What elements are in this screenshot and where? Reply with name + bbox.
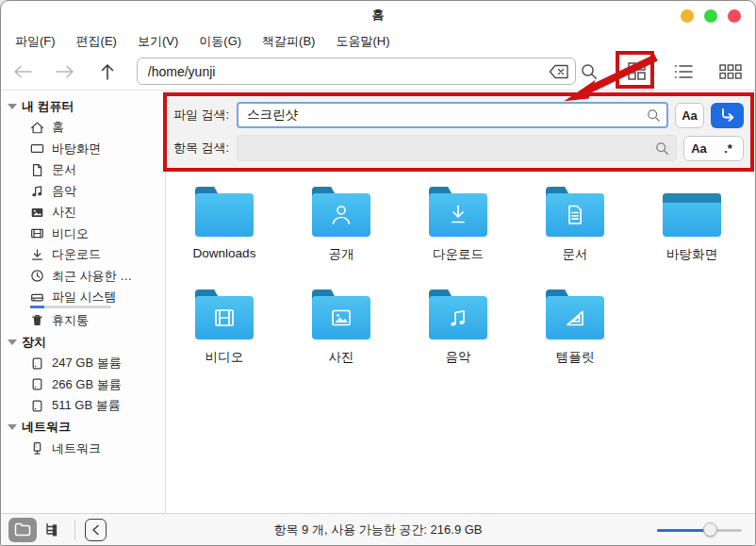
file-item[interactable]: 사진 (283, 290, 400, 366)
sidebar-item[interactable]: 네트워크 (1, 438, 165, 460)
slider-handle[interactable] (703, 522, 717, 537)
folder-icon (546, 187, 604, 237)
folder-icon (663, 187, 721, 237)
menu-item-5[interactable]: 도움말(H) (325, 30, 400, 53)
file-item-label: 문서 (563, 246, 588, 263)
sidebar-item[interactable]: 홈 (1, 117, 165, 139)
back-button[interactable] (8, 58, 36, 85)
sidebar-item[interactable]: 음악 (1, 181, 165, 203)
folder-icon (429, 290, 487, 339)
file-item[interactable]: 문서 (517, 187, 633, 263)
sidebar-item[interactable]: 문서 (1, 159, 165, 181)
sidebar-item[interactable]: 최근 사용한 … (1, 266, 165, 288)
sidebar-item-label: 파일 시스템 (52, 289, 117, 306)
sidebar-item[interactable]: 266 GB 볼륨 (1, 374, 165, 396)
sidebar-item-label: 휴지통 (52, 312, 89, 329)
sidebar-item[interactable]: 바탕화면 (1, 139, 165, 160)
sidebar-item-label: 네트워크 (52, 440, 101, 457)
sidebar: 내 컴퓨터홈바탕화면문서음악사진비디오다운로드최근 사용한 …파일 시스템휴지통… (1, 91, 166, 513)
slider-fill (657, 529, 710, 532)
maximize-button[interactable] (704, 9, 717, 23)
menu-item-2[interactable]: 보기(V) (127, 30, 189, 53)
menu-item-0[interactable]: 파일(F) (5, 30, 66, 53)
tree-pane-button[interactable] (37, 518, 65, 542)
file-item-label: Downloads (193, 246, 256, 260)
sidebar-item[interactable]: 511 GB 볼륨 (1, 395, 165, 417)
sidebar-section-header[interactable]: 네트워크 (1, 417, 165, 438)
title-bar: 홈 (1, 1, 755, 29)
file-search-input[interactable] (237, 102, 668, 128)
item-search-input[interactable] (237, 135, 677, 161)
jump-arrow-icon (719, 108, 736, 123)
home-icon (30, 121, 44, 135)
compact-view-icon (719, 63, 742, 80)
arrow-up-icon (100, 62, 115, 81)
file-item-label: 사진 (329, 349, 354, 366)
sidebar-section-label: 네트워크 (22, 419, 71, 436)
path-input[interactable] (137, 58, 576, 85)
up-button[interactable] (94, 58, 122, 85)
sidebar-section-header[interactable]: 내 컴퓨터 (1, 95, 165, 117)
sidebar-item-label: 사진 (52, 204, 76, 221)
close-button[interactable] (728, 9, 741, 23)
search-button[interactable] (576, 58, 602, 85)
window-controls (681, 9, 741, 23)
toolbar (1, 53, 755, 91)
folder-icon (546, 290, 604, 339)
file-item[interactable]: Downloads (166, 187, 283, 263)
list-view-button[interactable] (670, 58, 697, 85)
search-go-button[interactable] (711, 103, 744, 128)
menu-item-4[interactable]: 책갈피(B) (252, 30, 325, 53)
sidebar-section-header[interactable]: 장치 (1, 331, 165, 353)
status-text: 항목 9 개, 사용 가능한 공간: 216.9 GB (1, 521, 755, 538)
grid-view-icon (627, 61, 647, 81)
menu-item-1[interactable]: 편집(E) (66, 30, 127, 53)
path-bar-container (137, 58, 576, 85)
file-item[interactable]: 공개 (283, 187, 400, 263)
icon-view-button[interactable] (623, 58, 649, 85)
search-panel: 파일 검색: Aa 항목 검색: (163, 92, 754, 172)
volume-icon (30, 356, 44, 371)
sidebar-item[interactable]: 247 GB 볼륨 (1, 353, 165, 374)
volume-icon (30, 399, 44, 413)
sidebar-item[interactable]: 사진 (1, 202, 165, 223)
trash-icon (30, 313, 44, 327)
file-item-label: 바탕화면 (666, 246, 717, 263)
regex-toggle[interactable]: .* (714, 141, 743, 156)
folder-icon (429, 187, 487, 237)
folder-icon (312, 290, 370, 339)
clear-path-button[interactable] (549, 62, 569, 80)
window-title: 홈 (372, 7, 385, 24)
film-icon (30, 226, 44, 240)
file-search-row: 파일 검색: Aa (173, 101, 744, 129)
backspace-icon (549, 64, 569, 79)
sidebar-item-label: 최근 사용한 … (52, 268, 132, 285)
expander-triangle-icon (8, 339, 17, 345)
file-item[interactable]: 다운로드 (400, 187, 517, 263)
sidebar-item-label: 문서 (52, 161, 76, 178)
forward-button[interactable] (51, 58, 78, 85)
sidebar-item[interactable]: 휴지통 (1, 310, 165, 332)
case-sensitive-button[interactable]: Aa (675, 103, 704, 128)
file-grid: Downloads공개다운로드문서바탕화면비디오사진음악템플릿 (166, 172, 755, 366)
case-sensitive-toggle[interactable]: Aa (684, 141, 714, 156)
minimize-button[interactable] (681, 9, 694, 23)
music-icon (30, 184, 44, 198)
menu-item-3[interactable]: 이동(G) (189, 30, 252, 53)
item-search-label: 항목 검색: (173, 140, 230, 157)
tree-icon (43, 521, 59, 538)
sidebar-item[interactable]: 다운로드 (1, 244, 165, 266)
file-item[interactable]: 비디오 (166, 290, 283, 366)
file-item[interactable]: 템플릿 (517, 290, 633, 366)
collapse-sidebar-button[interactable] (85, 519, 107, 541)
file-item[interactable]: 음악 (400, 290, 517, 366)
sidebar-item[interactable]: 비디오 (1, 223, 165, 245)
file-search-label: 파일 검색: (173, 107, 230, 124)
list-view-icon (674, 63, 694, 80)
file-item-label: 다운로드 (433, 246, 484, 263)
arrow-left-icon (12, 64, 33, 79)
file-item[interactable]: 바탕화면 (633, 187, 750, 263)
zoom-slider[interactable] (657, 522, 742, 538)
compact-view-button[interactable] (717, 58, 744, 85)
places-pane-button[interactable] (8, 518, 37, 542)
